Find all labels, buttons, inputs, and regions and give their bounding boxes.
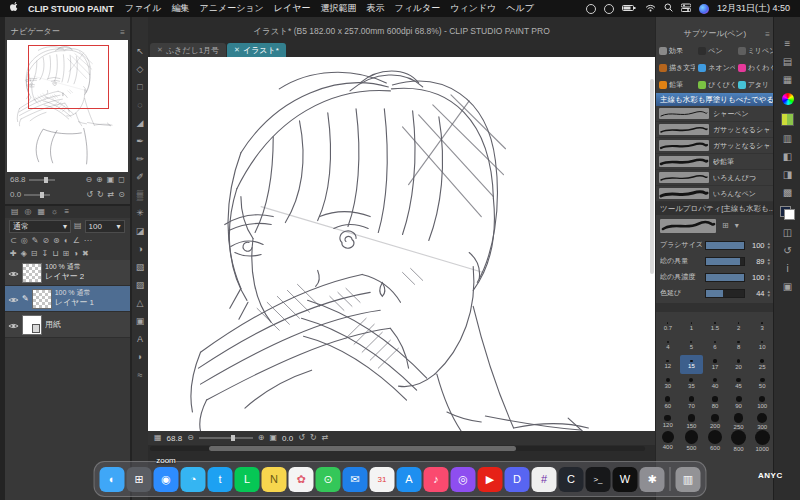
property-stepper[interactable]: ▴▾ [767, 241, 770, 249]
tool-correction[interactable]: ≈ [138, 371, 143, 380]
background-color-chip[interactable] [784, 209, 795, 220]
zoom-in-icon[interactable]: ⊕ [96, 176, 103, 184]
brush-item[interactable]: ガサッとなるシャーペン [656, 122, 774, 138]
tool-blend[interactable]: ◑ [137, 245, 142, 254]
layer-visibility-toggle[interactable] [8, 317, 19, 333]
brush-size-1.5[interactable]: 1.5 [703, 317, 727, 336]
subtool-group-5[interactable]: わくわく [735, 59, 774, 76]
menu-item-6[interactable]: フィルター [394, 3, 440, 13]
tool-move[interactable]: ◇ [137, 65, 144, 74]
siri-icon[interactable] [699, 4, 709, 14]
brush-size-8[interactable]: 8 [727, 336, 751, 355]
layer-thumbnail[interactable] [22, 315, 42, 335]
panel-menu-icon[interactable]: ≡ [120, 28, 125, 37]
navigator-view-rect[interactable] [28, 45, 110, 109]
zoom-in-icon[interactable]: ⊕ [258, 434, 265, 442]
apply-mask-icon[interactable]: ◑ [73, 250, 78, 258]
dock-app-line[interactable]: L [235, 467, 260, 492]
tool-operation[interactable]: ↖ [136, 47, 144, 56]
brush-size-800[interactable]: 800 [727, 431, 751, 450]
brush-item[interactable]: いろえんぴつ [656, 170, 774, 186]
brush-size-3[interactable]: 3 [750, 317, 774, 336]
brush-size-1[interactable]: 1 [680, 317, 704, 336]
tool-eraser[interactable]: ◪ [136, 227, 145, 236]
new-folder-icon[interactable]: ⊟ [31, 250, 38, 258]
menu-item-0[interactable]: ファイル [125, 3, 162, 13]
actual-icon[interactable]: ◻ [118, 176, 125, 184]
tool-brush[interactable]: ✐ [136, 173, 144, 182]
canvas-viewport[interactable] [148, 57, 655, 431]
foreground-background-colors[interactable] [780, 206, 795, 220]
panel-menu-icon[interactable]: ≡ [765, 30, 770, 39]
color-set-icon[interactable] [781, 113, 794, 126]
dock-app-trash[interactable]: ▥ [676, 467, 701, 492]
dock-app-podcasts[interactable]: ◎ [451, 467, 476, 492]
fit-view-icon[interactable]: ▣ [270, 434, 278, 442]
subtool-group-8[interactable]: アタリ [735, 76, 774, 93]
grid-icon[interactable]: ▦ [154, 434, 162, 442]
dock-app-safari[interactable]: ◔ [181, 467, 206, 492]
navigator-mini-icon[interactable]: ▦ [783, 75, 792, 85]
tool-frame[interactable]: ▣ [136, 317, 145, 326]
brush-size-40[interactable]: 40 [703, 374, 727, 393]
approximate-color-icon[interactable]: ▩ [783, 188, 792, 198]
palette-icon[interactable]: ▤ [11, 208, 19, 216]
dock-app-music[interactable]: ♪ [424, 467, 449, 492]
layer-row[interactable]: 用紙 [5, 312, 130, 338]
tool-figure[interactable]: △ [137, 299, 144, 308]
property-slider[interactable] [705, 273, 745, 282]
tool-pencil[interactable]: ✏ [136, 155, 144, 164]
brush-size-250[interactable]: 250 [727, 412, 751, 431]
reference-icon[interactable]: ◎ [21, 237, 28, 245]
brush-size-17[interactable]: 17 [703, 355, 727, 374]
brush-size-90[interactable]: 90 [727, 393, 751, 412]
thumbnail-icon[interactable]: ▦ [38, 208, 46, 216]
menu-item-4[interactable]: 選択範囲 [320, 3, 356, 13]
subtool-group-3[interactable]: 描き文字 [656, 59, 695, 76]
horizontal-scrollbar[interactable] [150, 446, 645, 451]
property-stepper[interactable]: ▴▾ [767, 257, 770, 265]
brush-size-20[interactable]: 20 [727, 355, 751, 374]
property-stepper[interactable]: ▴▾ [767, 289, 770, 297]
navigator-thumbnail[interactable] [7, 40, 128, 172]
lock-icon[interactable]: ⊘ [42, 237, 49, 245]
battery-icon[interactable] [622, 4, 637, 14]
brush-size-70[interactable]: 70 [680, 393, 704, 412]
dock-app-launchpad[interactable]: ⊞ [127, 467, 152, 492]
ruler-icon[interactable]: ∠ [73, 237, 80, 245]
vertical-scrollbar[interactable] [650, 79, 654, 273]
menubar-clock[interactable]: 12月31日(土) 4:50 [717, 2, 790, 15]
property-slider[interactable] [705, 289, 745, 298]
close-tab-icon[interactable]: ✕ [157, 46, 163, 54]
brush-item[interactable]: ガサッとなるシャーペン2 [656, 138, 774, 154]
dock-app-zoom[interactable]: ◉zoom [154, 467, 179, 492]
brush-size-500[interactable]: 500 [680, 431, 704, 450]
brush-size-600[interactable]: 600 [703, 431, 727, 450]
fit-icon[interactable]: ▣ [107, 176, 115, 184]
search-icon[interactable]: ◎ [25, 208, 32, 216]
preview-menu-icon[interactable]: ▾ [735, 222, 739, 230]
brush-size-25[interactable]: 25 [750, 355, 774, 374]
navigator-rotate-slider[interactable] [24, 194, 50, 196]
dock-app-app-store[interactable]: A [397, 467, 422, 492]
brush-item[interactable]: 砂鉛筆 [656, 154, 774, 170]
dock-app-notes[interactable]: N [262, 467, 287, 492]
subtool-group-6[interactable]: 鉛筆 [656, 76, 695, 93]
property-slider[interactable] [705, 241, 745, 250]
brush-item[interactable]: いろんなペン [656, 186, 774, 202]
brush-size-200[interactable]: 200 [703, 412, 727, 431]
brush-size-2[interactable]: 2 [727, 317, 751, 336]
subtool-group-2[interactable]: ミリペン [735, 42, 774, 59]
rotate-right-icon[interactable]: ↻ [97, 191, 104, 199]
layer-visibility-toggle[interactable] [8, 265, 19, 281]
brush-size-100[interactable]: 100 [750, 393, 774, 412]
tool-text[interactable]: A [137, 335, 143, 344]
close-tab-icon[interactable]: ✕ [234, 46, 240, 54]
pen-tablet-icon[interactable] [586, 4, 596, 14]
brush-size-35[interactable]: 35 [680, 374, 704, 393]
tool-selection[interactable]: □ [137, 83, 142, 92]
layer-mini-icon[interactable]: ◫ [783, 228, 792, 238]
layer-thumbnail[interactable] [22, 263, 42, 283]
flip-icon[interactable]: ⇄ [108, 191, 115, 199]
draft-icon[interactable]: ✎ [32, 237, 39, 245]
